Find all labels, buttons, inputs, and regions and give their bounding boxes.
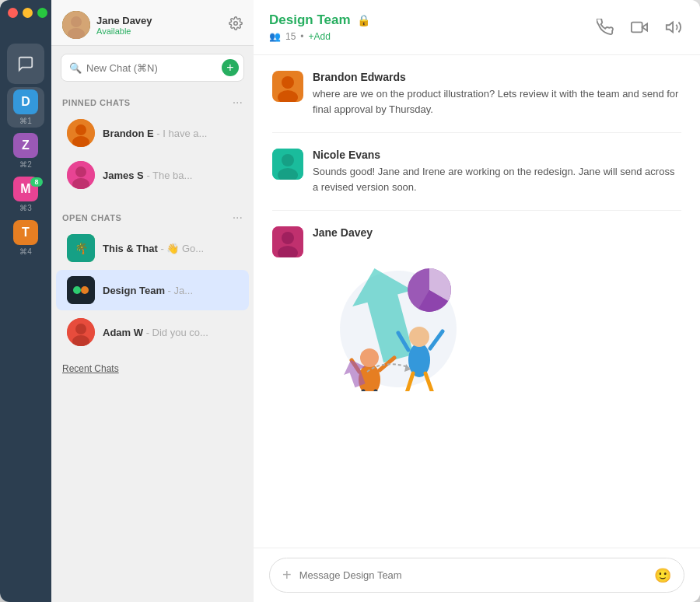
sidebar-item-t[interactable]: T ⌘4 xyxy=(7,218,44,258)
minimize-button[interactable] xyxy=(23,8,33,18)
brandon-avatar xyxy=(67,119,95,147)
jane-sender: Jane Davey xyxy=(313,226,681,239)
search-bar[interactable]: 🔍 + xyxy=(61,54,244,82)
notification-badge: 8 xyxy=(30,177,43,187)
sidebar-item-z[interactable]: Z ⌘2 xyxy=(7,131,44,171)
divider-1 xyxy=(272,132,681,133)
svg-point-8 xyxy=(75,166,86,177)
chat-item-brandon[interactable]: Brandon E - I have a... xyxy=(56,113,249,153)
sidebar-shortcut-2: ⌘2 xyxy=(19,160,32,169)
search-input[interactable] xyxy=(86,62,217,74)
open-chats-header: OPEN CHATS ··· xyxy=(51,205,254,228)
svg-rect-18 xyxy=(632,23,642,33)
pinned-more-icon[interactable]: ··· xyxy=(233,96,243,110)
svg-text:🌴: 🌴 xyxy=(75,242,89,255)
user-details: Jane Davey Available xyxy=(96,15,152,36)
this-that-info: This & That - 👋 Go... xyxy=(103,243,238,254)
divider-2 xyxy=(272,210,681,211)
svg-point-3 xyxy=(234,22,238,26)
lock-icon: 🔒 xyxy=(357,14,370,26)
people-icon: 👥 xyxy=(269,31,281,42)
chat-header-left: Design Team 🔒 👥 15 • +Add xyxy=(269,12,370,42)
this-that-image: 🌴 xyxy=(67,234,95,262)
avatar xyxy=(62,11,90,39)
adam-name: Adam W - Did you co... xyxy=(103,327,238,338)
workspace-avatar-z: Z xyxy=(13,133,38,158)
chat-item-james[interactable]: James S - The ba... xyxy=(56,155,249,195)
chat-title-row: Design Team 🔒 xyxy=(269,12,370,28)
open-more-icon[interactable]: ··· xyxy=(233,211,243,225)
chat-input-area: + 🙂 xyxy=(254,548,700,602)
new-chat-button[interactable]: + xyxy=(222,59,239,76)
add-attachment-button[interactable]: + xyxy=(282,566,292,584)
close-button[interactable] xyxy=(8,8,18,18)
video-call-button[interactable] xyxy=(628,16,650,38)
design-team-name: Design Team - Ja... xyxy=(103,285,238,296)
design-team-image xyxy=(67,276,95,304)
svg-point-21 xyxy=(282,76,294,89)
members-count: 15 xyxy=(285,31,296,42)
icon-bar: D ⌘1 Z ⌘2 M 8 ⌘3 T ⌘4 xyxy=(0,0,51,602)
main-container: D ⌘1 Z ⌘2 M 8 ⌘3 T ⌘4 xyxy=(0,0,700,602)
user-status: Available xyxy=(96,26,152,36)
adam-avatar-image xyxy=(67,318,95,346)
svg-point-39 xyxy=(409,327,429,347)
nicole-msg-content: Nicole Evans Sounds good! Jane and Irene… xyxy=(313,149,681,194)
brandon-sender: Brandon Edwards xyxy=(313,71,681,83)
svg-point-14 xyxy=(81,286,89,294)
main-chat: Design Team 🔒 👥 15 • +Add xyxy=(254,0,700,602)
illustration-image xyxy=(313,251,484,391)
nicole-msg-avatar xyxy=(272,149,303,180)
jane-msg-avatar xyxy=(272,226,303,257)
design-team-info: Design Team - Ja... xyxy=(103,285,238,296)
messages-area: Brandon Edwards where are we on the prod… xyxy=(254,55,700,548)
chat-item-this-that[interactable]: 🌴 This & That - 👋 Go... xyxy=(56,228,249,268)
brandon-msg-content: Brandon Edwards where are we on the prod… xyxy=(313,71,681,117)
james-avatar xyxy=(67,161,95,189)
james-info: James S - The ba... xyxy=(103,170,238,181)
voice-call-button[interactable] xyxy=(594,16,616,38)
this-that-avatar: 🌴 xyxy=(67,234,95,262)
design-team-avatar xyxy=(67,276,95,304)
sidebar-item-m[interactable]: M 8 ⌘3 xyxy=(7,174,44,215)
message-brandon: Brandon Edwards where are we on the prod… xyxy=(272,71,681,117)
sidebar-item-d[interactable]: D ⌘1 xyxy=(7,87,44,128)
fullscreen-button[interactable] xyxy=(37,8,47,18)
adam-avatar xyxy=(67,318,95,346)
message-input[interactable] xyxy=(299,569,646,581)
nicole-sender: Nicole Evans xyxy=(313,149,681,161)
traffic-lights xyxy=(8,8,47,18)
svg-marker-19 xyxy=(667,23,673,33)
audio-button[interactable] xyxy=(663,16,684,38)
brandon-name: Brandon E - I have a... xyxy=(103,128,238,139)
open-chats-label: OPEN CHATS xyxy=(62,213,121,222)
chat-meta: 👥 15 • +Add xyxy=(269,31,370,42)
sidebar-shortcut-4: ⌘4 xyxy=(19,247,32,256)
brandon-avatar-image xyxy=(67,119,95,147)
sidebar: Jane Davey Available 🔍 + xyxy=(51,0,254,602)
search-icon: 🔍 xyxy=(69,62,82,74)
meta-dot: • xyxy=(300,31,303,42)
jane-msg-content: Jane Davey xyxy=(313,226,681,394)
sidebar-shortcut-1: ⌘1 xyxy=(19,117,32,125)
workspace-avatar-d: D xyxy=(13,89,38,114)
brandon-info: Brandon E - I have a... xyxy=(103,128,238,139)
recent-chats-link[interactable]: Recent Chats xyxy=(51,354,254,383)
sidebar-header: Jane Davey Available xyxy=(51,0,254,46)
sidebar-item-chat[interactable] xyxy=(7,44,44,84)
user-name: Jane Davey xyxy=(96,15,152,26)
james-name: James S - The ba... xyxy=(103,170,238,181)
pinned-chats-header: PINNED CHATS ··· xyxy=(51,89,254,113)
chat-item-adam[interactable]: Adam W - Did you co... xyxy=(56,312,249,352)
message-nicole: Nicole Evans Sounds good! Jane and Irene… xyxy=(272,149,681,194)
message-jane: Jane Davey xyxy=(272,226,681,394)
pinned-chats-label: PINNED CHATS xyxy=(62,98,131,107)
settings-icon[interactable] xyxy=(229,16,243,33)
chat-header-actions xyxy=(594,16,684,38)
add-members-link[interactable]: +Add xyxy=(309,31,331,42)
user-info: Jane Davey Available xyxy=(62,11,152,39)
svg-point-24 xyxy=(282,154,294,166)
chat-item-design-team[interactable]: Design Team - Ja... xyxy=(56,270,249,310)
svg-point-1 xyxy=(71,16,82,27)
emoji-picker-button[interactable]: 🙂 xyxy=(654,567,671,584)
